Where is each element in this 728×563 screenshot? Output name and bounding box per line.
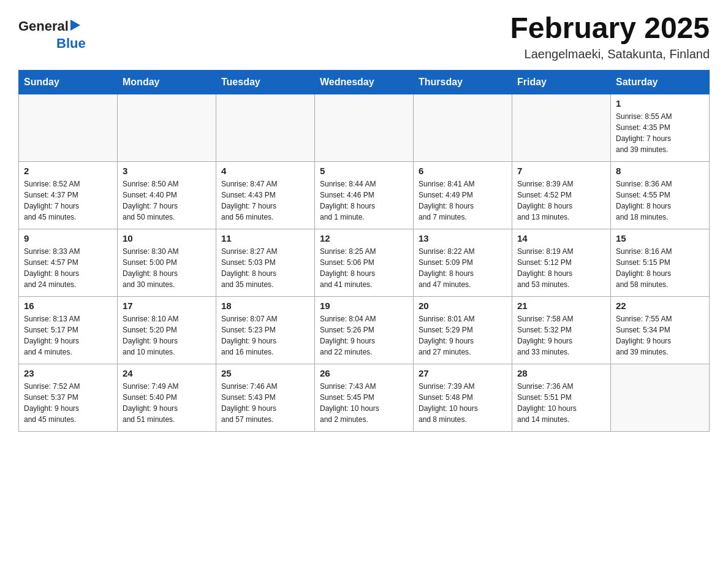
calendar-day: 9Sunrise: 8:33 AM Sunset: 4:57 PM Daylig… <box>19 229 118 296</box>
calendar-day: 18Sunrise: 8:07 AM Sunset: 5:23 PM Dayli… <box>216 296 315 364</box>
calendar-day: 23Sunrise: 7:52 AM Sunset: 5:37 PM Dayli… <box>19 364 118 431</box>
calendar-day: 3Sunrise: 8:50 AM Sunset: 4:40 PM Daylig… <box>118 161 216 229</box>
svg-marker-0 <box>70 20 80 31</box>
day-info: Sunrise: 8:33 AM Sunset: 4:57 PM Dayligh… <box>24 246 112 290</box>
calendar-week-3: 9Sunrise: 8:33 AM Sunset: 4:57 PM Daylig… <box>19 229 710 296</box>
day-number: 1 <box>616 98 704 109</box>
day-number: 9 <box>24 233 112 243</box>
calendar-day: 11Sunrise: 8:27 AM Sunset: 5:03 PM Dayli… <box>216 229 315 296</box>
calendar-day: 1Sunrise: 8:55 AM Sunset: 4:35 PM Daylig… <box>611 94 710 161</box>
calendar-day: 14Sunrise: 8:19 AM Sunset: 5:12 PM Dayli… <box>512 229 611 296</box>
day-number: 19 <box>320 301 408 311</box>
calendar-day: 26Sunrise: 7:43 AM Sunset: 5:45 PM Dayli… <box>315 364 414 431</box>
calendar-day: 27Sunrise: 7:39 AM Sunset: 5:48 PM Dayli… <box>414 364 512 431</box>
day-info: Sunrise: 8:39 AM Sunset: 4:52 PM Dayligh… <box>517 178 605 223</box>
calendar-day <box>611 364 710 431</box>
day-number: 6 <box>419 166 507 176</box>
calendar-day: 24Sunrise: 7:49 AM Sunset: 5:40 PM Dayli… <box>118 364 216 431</box>
calendar-header-monday: Monday <box>118 70 216 94</box>
logo: General <box>18 18 82 34</box>
day-number: 20 <box>419 301 507 311</box>
day-info: Sunrise: 8:50 AM Sunset: 4:40 PM Dayligh… <box>123 178 211 223</box>
day-number: 7 <box>517 166 605 176</box>
location: Laengelmaeki, Satakunta, Finland <box>510 47 710 61</box>
calendar-day <box>414 94 512 161</box>
day-info: Sunrise: 8:55 AM Sunset: 4:35 PM Dayligh… <box>616 111 704 155</box>
day-number: 3 <box>123 166 211 176</box>
day-number: 4 <box>221 166 309 176</box>
calendar-header-saturday: Saturday <box>611 70 710 94</box>
day-number: 14 <box>517 233 605 243</box>
day-info: Sunrise: 8:19 AM Sunset: 5:12 PM Dayligh… <box>517 246 605 290</box>
day-info: Sunrise: 7:46 AM Sunset: 5:43 PM Dayligh… <box>221 381 309 425</box>
day-number: 25 <box>221 368 309 378</box>
calendar-header-wednesday: Wednesday <box>315 70 414 94</box>
calendar-day: 22Sunrise: 7:55 AM Sunset: 5:34 PM Dayli… <box>611 296 710 364</box>
day-number: 13 <box>419 233 507 243</box>
calendar-day <box>512 94 611 161</box>
calendar-week-5: 23Sunrise: 7:52 AM Sunset: 5:37 PM Dayli… <box>19 364 710 431</box>
calendar-day: 15Sunrise: 8:16 AM Sunset: 5:15 PM Dayli… <box>611 229 710 296</box>
day-number: 10 <box>123 233 211 243</box>
logo-arrow-icon <box>70 21 82 33</box>
day-number: 27 <box>419 368 507 378</box>
calendar-day: 2Sunrise: 8:52 AM Sunset: 4:37 PM Daylig… <box>19 161 118 229</box>
calendar-day: 13Sunrise: 8:22 AM Sunset: 5:09 PM Dayli… <box>414 229 512 296</box>
day-info: Sunrise: 7:39 AM Sunset: 5:48 PM Dayligh… <box>419 381 507 425</box>
day-number: 24 <box>123 368 211 378</box>
day-info: Sunrise: 7:36 AM Sunset: 5:51 PM Dayligh… <box>517 381 605 425</box>
logo-text-general: General <box>18 18 69 34</box>
calendar-day: 5Sunrise: 8:44 AM Sunset: 4:46 PM Daylig… <box>315 161 414 229</box>
day-info: Sunrise: 7:52 AM Sunset: 5:37 PM Dayligh… <box>24 381 112 425</box>
calendar-day: 21Sunrise: 7:58 AM Sunset: 5:32 PM Dayli… <box>512 296 611 364</box>
day-number: 5 <box>320 166 408 176</box>
calendar-table: SundayMondayTuesdayWednesdayThursdayFrid… <box>18 70 710 432</box>
day-number: 21 <box>517 301 605 311</box>
calendar-day: 7Sunrise: 8:39 AM Sunset: 4:52 PM Daylig… <box>512 161 611 229</box>
day-info: Sunrise: 8:10 AM Sunset: 5:20 PM Dayligh… <box>123 313 211 358</box>
day-info: Sunrise: 8:16 AM Sunset: 5:15 PM Dayligh… <box>616 246 704 290</box>
calendar-day: 20Sunrise: 8:01 AM Sunset: 5:29 PM Dayli… <box>414 296 512 364</box>
calendar-header-tuesday: Tuesday <box>216 70 315 94</box>
calendar-header-sunday: Sunday <box>19 70 118 94</box>
calendar-day: 6Sunrise: 8:41 AM Sunset: 4:49 PM Daylig… <box>414 161 512 229</box>
day-number: 11 <box>221 233 309 243</box>
day-number: 28 <box>517 368 605 378</box>
calendar-header-row: SundayMondayTuesdayWednesdayThursdayFrid… <box>19 70 710 94</box>
day-info: Sunrise: 8:44 AM Sunset: 4:46 PM Dayligh… <box>320 178 408 223</box>
calendar-day: 19Sunrise: 8:04 AM Sunset: 5:26 PM Dayli… <box>315 296 414 364</box>
calendar-day <box>118 94 216 161</box>
day-info: Sunrise: 8:27 AM Sunset: 5:03 PM Dayligh… <box>221 246 309 290</box>
calendar-day: 4Sunrise: 8:47 AM Sunset: 4:43 PM Daylig… <box>216 161 315 229</box>
logo-blue-text: Blue <box>56 36 86 51</box>
calendar-day: 17Sunrise: 8:10 AM Sunset: 5:20 PM Dayli… <box>118 296 216 364</box>
day-info: Sunrise: 8:13 AM Sunset: 5:17 PM Dayligh… <box>24 313 112 358</box>
day-info: Sunrise: 8:25 AM Sunset: 5:06 PM Dayligh… <box>320 246 408 290</box>
calendar-day <box>315 94 414 161</box>
day-info: Sunrise: 8:22 AM Sunset: 5:09 PM Dayligh… <box>419 246 507 290</box>
calendar-day <box>19 94 118 161</box>
calendar-week-4: 16Sunrise: 8:13 AM Sunset: 5:17 PM Dayli… <box>19 296 710 364</box>
calendar-week-1: 1Sunrise: 8:55 AM Sunset: 4:35 PM Daylig… <box>19 94 710 161</box>
day-number: 22 <box>616 301 704 311</box>
calendar-day: 10Sunrise: 8:30 AM Sunset: 5:00 PM Dayli… <box>118 229 216 296</box>
month-title: February 2025 <box>510 12 710 45</box>
day-info: Sunrise: 8:36 AM Sunset: 4:55 PM Dayligh… <box>616 178 704 223</box>
calendar-day: 28Sunrise: 7:36 AM Sunset: 5:51 PM Dayli… <box>512 364 611 431</box>
day-number: 18 <box>221 301 309 311</box>
day-info: Sunrise: 8:07 AM Sunset: 5:23 PM Dayligh… <box>221 313 309 358</box>
calendar-day: 25Sunrise: 7:46 AM Sunset: 5:43 PM Dayli… <box>216 364 315 431</box>
calendar-header-friday: Friday <box>512 70 611 94</box>
day-info: Sunrise: 8:30 AM Sunset: 5:00 PM Dayligh… <box>123 246 211 290</box>
title-block: February 2025 Laengelmaeki, Satakunta, F… <box>510 12 710 61</box>
calendar-day: 16Sunrise: 8:13 AM Sunset: 5:17 PM Dayli… <box>19 296 118 364</box>
calendar-day <box>216 94 315 161</box>
day-info: Sunrise: 7:55 AM Sunset: 5:34 PM Dayligh… <box>616 313 704 358</box>
calendar-day: 12Sunrise: 8:25 AM Sunset: 5:06 PM Dayli… <box>315 229 414 296</box>
day-info: Sunrise: 7:49 AM Sunset: 5:40 PM Dayligh… <box>123 381 211 425</box>
day-number: 8 <box>616 166 704 176</box>
calendar-week-2: 2Sunrise: 8:52 AM Sunset: 4:37 PM Daylig… <box>19 161 710 229</box>
calendar-day: 8Sunrise: 8:36 AM Sunset: 4:55 PM Daylig… <box>611 161 710 229</box>
day-number: 17 <box>123 301 211 311</box>
day-number: 12 <box>320 233 408 243</box>
